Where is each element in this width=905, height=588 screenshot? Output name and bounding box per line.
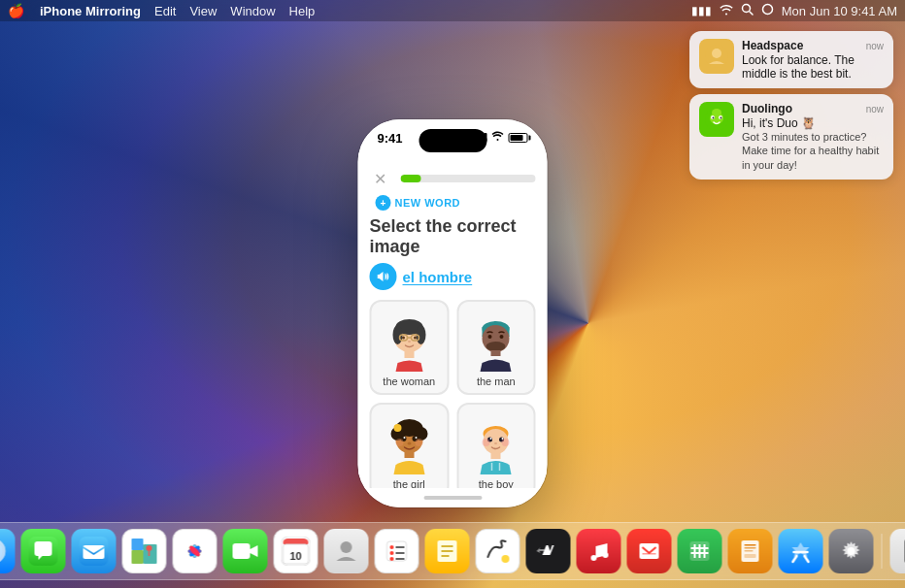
svg-point-103 (390, 557, 394, 561)
menubar-siri-icon[interactable] (761, 3, 774, 18)
svg-point-39 (415, 437, 417, 439)
dock-appletv[interactable] (526, 529, 571, 573)
dock-contacts[interactable] (324, 529, 369, 573)
dock-pages[interactable] (728, 529, 773, 573)
apple-menu-icon[interactable]: 🍎 (8, 3, 24, 18)
svg-point-41 (395, 439, 403, 446)
word-row: el hombre (358, 263, 548, 300)
option-woman[interactable]: the woman (370, 300, 450, 395)
svg-point-40 (407, 442, 411, 445)
option-man-label: the man (477, 376, 516, 387)
headspace-notif-title: Look for balance. The middle is the best… (742, 53, 884, 81)
svg-point-35 (393, 424, 401, 432)
option-girl[interactable]: the girl (370, 403, 450, 488)
svg-point-110 (591, 555, 597, 561)
svg-point-10 (721, 117, 722, 119)
svg-point-111 (603, 552, 609, 558)
notification-duolingo[interactable]: Duolingo now Hi, it's Duo 🦉 Got 3 minute… (689, 94, 893, 180)
svg-point-97 (341, 541, 352, 553)
iphone-app-content[interactable]: ✕ + NEW WORD Select the correct image (358, 162, 548, 488)
option-man[interactable]: the man (456, 300, 536, 395)
dock-reminders[interactable] (375, 529, 419, 573)
svg-point-71 (0, 539, 6, 564)
dynamic-island (419, 129, 486, 152)
speaker-button[interactable] (370, 263, 397, 290)
lesson-header: ✕ (358, 162, 548, 193)
svg-rect-92 (233, 543, 251, 559)
duolingo-notif-content: Duolingo now Hi, it's Duo 🦉 Got 3 minute… (742, 102, 884, 172)
iphone-mirror-window[interactable]: 9:41 (358, 119, 548, 507)
battery-fill (511, 135, 523, 141)
dock-appstore[interactable] (779, 529, 823, 573)
menubar-search-icon[interactable] (741, 3, 754, 18)
dock-maps[interactable] (122, 529, 167, 573)
badge-icon: + (376, 195, 391, 211)
boy-illustration (465, 412, 527, 474)
dock-safari[interactable] (0, 529, 16, 573)
dock-freeform[interactable] (476, 529, 520, 573)
svg-point-42 (415, 439, 422, 446)
iphone-battery-icon (509, 133, 528, 143)
menubar: 🍎 iPhone Mirroring Edit View Window Help… (0, 0, 905, 21)
svg-point-21 (408, 341, 411, 343)
duolingo-notif-time: now (866, 104, 884, 114)
dock-notes[interactable] (425, 529, 470, 573)
dock-iphone-mirroring[interactable] (890, 529, 906, 573)
svg-point-109 (502, 555, 510, 563)
option-boy-label: the boy (479, 478, 514, 488)
svg-rect-122 (745, 547, 756, 549)
headspace-notif-content: Headspace now Look for balance. The midd… (742, 39, 884, 81)
svg-point-4 (712, 49, 721, 58)
svg-point-2 (762, 5, 772, 15)
dock-photos[interactable] (173, 529, 218, 573)
svg-rect-123 (745, 550, 754, 552)
man-illustration (465, 310, 527, 372)
close-lesson-button[interactable]: ✕ (370, 168, 391, 189)
menubar-help[interactable]: Help (289, 4, 316, 18)
menubar-edit[interactable]: Edit (154, 4, 176, 18)
svg-rect-53 (491, 452, 501, 459)
progress-bar-fill (401, 175, 421, 182)
option-boy[interactable]: the boy (456, 403, 536, 488)
iphone-wifi-icon (491, 131, 505, 144)
headspace-app-icon (699, 39, 734, 74)
svg-point-38 (403, 437, 405, 439)
svg-point-49 (502, 438, 504, 440)
dock-messages[interactable] (21, 529, 66, 573)
svg-line-1 (750, 12, 753, 15)
menubar-datetime[interactable]: Mon Jun 10 9:41 AM (782, 4, 897, 18)
svg-point-50 (494, 442, 497, 444)
spanish-word[interactable]: el hombre (403, 269, 473, 285)
menubar-wifi-icon (720, 4, 733, 18)
dock-numbers[interactable] (678, 529, 722, 573)
new-word-badge: + NEW WORD (370, 193, 536, 212)
svg-rect-81 (132, 539, 144, 550)
dock-divider (882, 534, 883, 569)
badge-label: NEW WORD (395, 197, 461, 209)
duolingo-notif-body: Got 3 minutes to practice? Make time for… (742, 130, 884, 172)
lesson-heading: Select the correct image (358, 216, 548, 263)
dock-news[interactable] (627, 529, 672, 573)
dock-system-settings[interactable] (829, 529, 874, 573)
svg-point-101 (390, 551, 394, 555)
svg-point-52 (502, 439, 510, 446)
menubar-app-name[interactable]: iPhone Mirroring (40, 4, 141, 18)
dock-calendar[interactable]: 10 (274, 529, 318, 573)
svg-rect-98 (387, 541, 407, 561)
menubar-window[interactable]: Window (230, 4, 275, 18)
option-woman-label: the woman (383, 376, 435, 387)
dock-mail[interactable] (72, 529, 117, 573)
svg-rect-124 (745, 554, 756, 558)
dock-facetime[interactable] (223, 529, 268, 573)
iphone-time: 9:41 (378, 131, 403, 146)
headspace-notif-time: now (866, 41, 884, 51)
notification-headspace[interactable]: Headspace now Look for balance. The midd… (689, 31, 893, 88)
headspace-app-name: Headspace (742, 39, 803, 52)
menubar-view[interactable]: View (189, 4, 217, 18)
svg-point-0 (742, 5, 750, 13)
duolingo-app-name: Duolingo (742, 102, 792, 115)
lesson-progress-bar (401, 175, 536, 182)
girl-illustration (378, 412, 440, 474)
option-girl-label: the girl (393, 478, 425, 488)
dock-music[interactable] (577, 529, 621, 573)
